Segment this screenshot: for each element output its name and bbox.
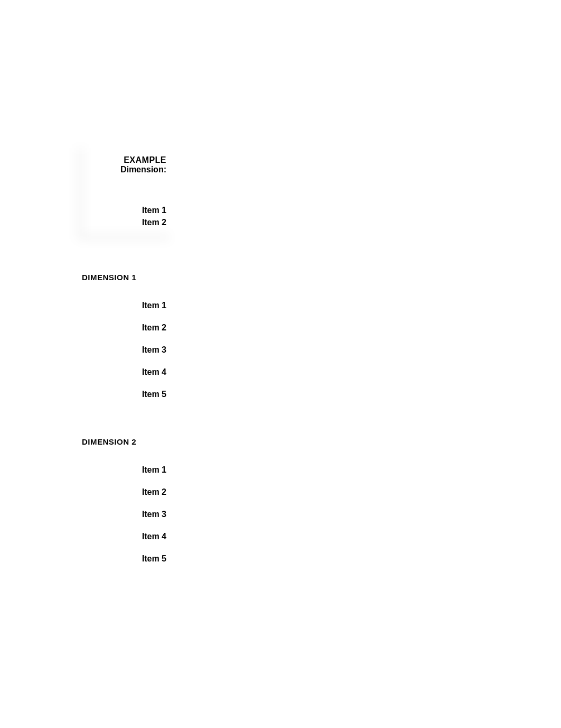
section-title: DIMENSION 2 [82, 437, 166, 446]
section-item: Item 4 [82, 532, 166, 541]
document-container: EXAMPLE Dimension: Item 1 Item 2 DIMENSI… [82, 148, 166, 602]
example-subtitle: Dimension: [82, 165, 166, 174]
example-title: EXAMPLE [82, 155, 166, 165]
section-item: Item 1 [82, 465, 166, 475]
example-item: Item 2 [82, 216, 166, 228]
example-box: EXAMPLE Dimension: Item 1 Item 2 [82, 148, 166, 236]
section-item: Item 3 [82, 510, 166, 519]
section-item: Item 1 [82, 301, 166, 310]
section-item: Item 4 [82, 367, 166, 377]
section-item: Item 3 [82, 345, 166, 355]
dimension-section-1: DIMENSION 1 Item 1 Item 2 Item 3 Item 4 … [82, 273, 166, 399]
section-item: Item 5 [82, 554, 166, 564]
section-item: Item 2 [82, 323, 166, 333]
example-item: Item 1 [82, 204, 166, 216]
section-item: Item 2 [82, 487, 166, 497]
section-item: Item 5 [82, 390, 166, 399]
dimension-section-2: DIMENSION 2 Item 1 Item 2 Item 3 Item 4 … [82, 437, 166, 564]
section-title: DIMENSION 1 [82, 273, 166, 282]
